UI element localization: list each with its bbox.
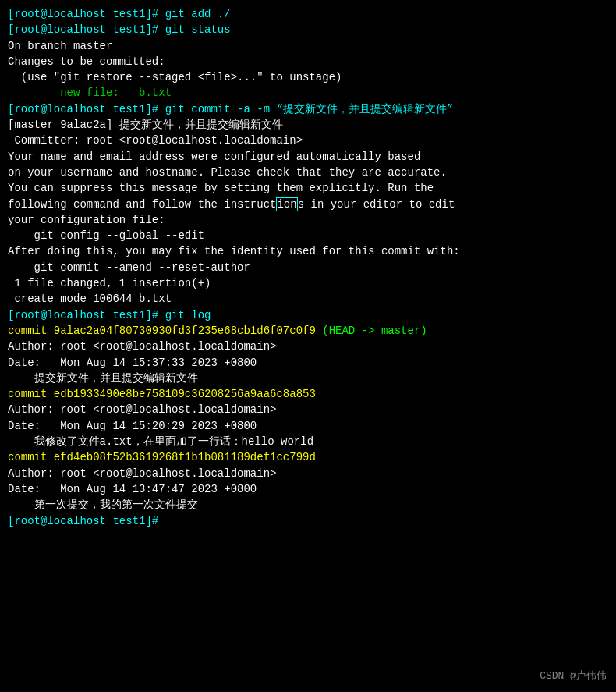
terminal-line: 提交新文件，并且提交编辑新文件 [8, 371, 608, 386]
terminal-line: Committer: root <root@localhost.localdom… [8, 133, 608, 148]
watermark: CSDN @卢伟伟 [540, 669, 607, 684]
terminal-line: You can suppress this message by setting… [8, 180, 608, 196]
terminal-line: 第一次提交，我的第一次文件提交 [8, 497, 608, 513]
terminal-line: [root@localhost test1]# git commit -a -m… [8, 101, 608, 117]
terminal-line: 1 file changed, 1 insertion(+) [8, 275, 608, 291]
terminal-line: commit 9alac2a04f80730930fd3f235e68cb1d6… [8, 323, 608, 339]
terminal-line: new file: b.txt [8, 85, 608, 101]
terminal-line: 我修改了文件a.txt，在里面加了一行话：hello world [8, 434, 608, 449]
terminal-line: On branch master [8, 38, 608, 54]
terminal-window: [root@localhost test1]# git add ./[root@… [0, 0, 616, 692]
terminal-line: Author: root <root@localhost.localdomain… [8, 339, 608, 354]
terminal-line: [root@localhost test1]# git add ./ [8, 6, 608, 22]
highlight-ion: ion [276, 197, 297, 211]
terminal-line: commit edb1933490e8be758109c36208256a9aa… [8, 386, 608, 402]
terminal-line: git config --global --edit [8, 228, 608, 243]
terminal-line: [root@localhost test1]# git status [8, 22, 608, 37]
terminal-line: Changes to be committed: [8, 54, 608, 69]
terminal-line: following command and follow the instruc… [8, 197, 608, 212]
terminal-line: commit efd4eb08f52b3619268f1b1b081189def… [8, 449, 608, 465]
terminal-line: Date: Mon Aug 14 13:47:47 2023 +0800 [8, 481, 608, 497]
terminal-line: Date: Mon Aug 14 15:20:29 2023 +0800 [8, 418, 608, 434]
terminal-line: [root@localhost test1]# [8, 513, 608, 529]
terminal-line: Author: root <root@localhost.localdomain… [8, 466, 608, 481]
terminal-line: Date: Mon Aug 14 15:37:33 2023 +0800 [8, 355, 608, 371]
terminal-line: [root@localhost test1]# git log [8, 307, 608, 323]
terminal-line: create mode 100644 b.txt [8, 291, 608, 307]
terminal-line: [master 9alac2a] 提交新文件，并且提交编辑新文件 [8, 117, 608, 133]
terminal-line: (use "git restore --staged <file>..." to… [8, 69, 608, 85]
terminal-line: Author: root <root@localhost.localdomain… [8, 402, 608, 417]
terminal-line: your configuration file: [8, 212, 608, 228]
terminal-line: After doing this, you may fix the identi… [8, 243, 608, 259]
terminal-line: git commit --amend --reset-author [8, 260, 608, 275]
terminal-line: Your name and email address were configu… [8, 149, 608, 165]
terminal-content: [root@localhost test1]# git add ./[root@… [8, 6, 608, 529]
terminal-line: on your username and hostname. Please ch… [8, 165, 608, 180]
